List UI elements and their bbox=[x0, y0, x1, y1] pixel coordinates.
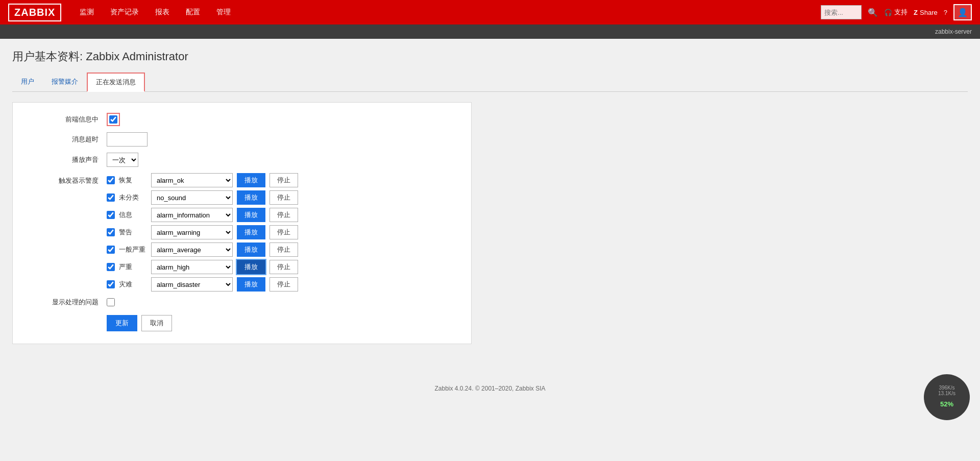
severity-stop-high[interactable]: 停止 bbox=[270, 260, 298, 274]
zabbix-share-icon: Z bbox=[914, 9, 918, 16]
severity-sound-average[interactable]: alarm_average bbox=[151, 242, 233, 257]
frontend-notifications-row: 前端信息中 bbox=[25, 113, 459, 126]
show-resolved-checkbox[interactable] bbox=[107, 298, 115, 306]
severity-rows: 恢复 alarm_ok 播放 停止 未分类 no_sound 播放 停止 bbox=[107, 173, 298, 292]
severity-play-high[interactable]: 播放 bbox=[237, 260, 265, 274]
message-timeout-control: 60 bbox=[107, 132, 148, 147]
nav-monitor[interactable]: 监测 bbox=[71, 0, 102, 25]
play-sound-select[interactable]: 一次 10秒 一直 bbox=[107, 153, 138, 167]
logo[interactable]: ZABBIX bbox=[8, 4, 61, 21]
page-title: 用户基本资料: Zabbix Administrator bbox=[12, 49, 968, 64]
severity-stop-warning[interactable]: 停止 bbox=[270, 225, 298, 239]
tab-media[interactable]: 报警媒介 bbox=[43, 72, 87, 92]
frontend-notifications-checkbox[interactable] bbox=[109, 115, 117, 124]
severity-row-recovery: 恢复 alarm_ok 播放 停止 bbox=[107, 173, 298, 187]
perf-speed-down: 13.1K/s bbox=[938, 391, 955, 396]
topbar: ZABBIX 监测 资产记录 报表 配置 管理 🔍 🎧 支持 Z Share ?… bbox=[0, 0, 980, 25]
severity-checkbox-average[interactable] bbox=[107, 246, 115, 254]
severity-stop-average[interactable]: 停止 bbox=[270, 242, 298, 257]
trigger-severity-label: 触发器示警度 bbox=[25, 173, 107, 185]
severity-play-unclassified[interactable]: 播放 bbox=[237, 190, 265, 205]
severity-label-information: 信息 bbox=[119, 210, 147, 220]
user-button[interactable]: 👤 bbox=[953, 4, 972, 20]
severity-play-disaster[interactable]: 播放 bbox=[237, 277, 265, 292]
severity-row-average: 一般严重 alarm_average 播放 停止 bbox=[107, 242, 298, 257]
severity-row-disaster: 灾难 alarm_disaster 播放 停止 bbox=[107, 277, 298, 292]
message-timeout-row: 消息超时 60 bbox=[25, 132, 459, 147]
update-button[interactable]: 更新 bbox=[107, 315, 137, 331]
show-resolved-row: 显示处理的问题 bbox=[25, 298, 459, 307]
frontend-notifications-label: 前端信息中 bbox=[25, 115, 107, 124]
severity-checkbox-disaster[interactable] bbox=[107, 280, 115, 288]
main-nav: 监测 资产记录 报表 配置 管理 bbox=[71, 0, 821, 25]
play-sound-label: 播放声音 bbox=[25, 155, 107, 164]
severity-row-information: 信息 alarm_information 播放 停止 bbox=[107, 208, 298, 222]
tab-user[interactable]: 用户 bbox=[12, 72, 43, 92]
messaging-form: 前端信息中 消息超时 60 播放声音 一次 10秒 一直 bbox=[12, 102, 472, 344]
severity-stop-recovery[interactable]: 停止 bbox=[270, 173, 298, 187]
perf-percent: 52% bbox=[940, 396, 953, 402]
server-name: zabbix-server bbox=[935, 28, 972, 35]
severity-stop-disaster[interactable]: 停止 bbox=[270, 277, 298, 292]
nav-config[interactable]: 配置 bbox=[178, 0, 208, 25]
severity-sound-information[interactable]: alarm_information bbox=[151, 208, 233, 222]
severity-row-warning: 警告 alarm_warning 播放 停止 bbox=[107, 225, 298, 239]
severity-label-unclassified: 未分类 bbox=[119, 193, 147, 202]
cancel-button[interactable]: 取消 bbox=[141, 315, 172, 331]
severity-label-recovery: 恢复 bbox=[119, 176, 147, 185]
show-resolved-label: 显示处理的问题 bbox=[25, 298, 107, 307]
severity-label-disaster: 灾难 bbox=[119, 280, 147, 289]
severity-checkbox-unclassified[interactable] bbox=[107, 193, 115, 202]
severity-sound-unclassified[interactable]: no_sound bbox=[151, 190, 233, 205]
trigger-severity-row: 触发器示警度 恢复 alarm_ok 播放 停止 未分类 bbox=[25, 173, 459, 292]
action-row: 更新 取消 bbox=[25, 315, 459, 331]
severity-checkbox-recovery[interactable] bbox=[107, 176, 115, 184]
help-link[interactable]: ? bbox=[944, 9, 947, 16]
page-content: 用户基本资料: Zabbix Administrator 用户 报警媒介 正在发… bbox=[0, 39, 980, 354]
play-sound-control: 一次 10秒 一直 bbox=[107, 153, 138, 167]
severity-checkbox-information[interactable] bbox=[107, 211, 115, 219]
tab-messaging[interactable]: 正在发送消息 bbox=[87, 72, 145, 92]
frontend-notifications-checkbox-wrap bbox=[107, 113, 120, 126]
search-input[interactable] bbox=[821, 5, 862, 19]
subbar: zabbix-server bbox=[0, 25, 980, 39]
frontend-notifications-control bbox=[107, 113, 120, 126]
search-icon[interactable]: 🔍 bbox=[868, 8, 878, 17]
severity-row-high: 严重 alarm_high 播放 停止 bbox=[107, 260, 298, 274]
severity-sound-disaster[interactable]: alarm_disaster bbox=[151, 277, 233, 292]
nav-reports[interactable]: 报表 bbox=[147, 0, 178, 25]
severity-play-warning[interactable]: 播放 bbox=[237, 225, 265, 239]
footer-text: Zabbix 4.0.24. © 2001–2020, Zabbix SIA bbox=[435, 385, 546, 392]
support-link[interactable]: 🎧 支持 bbox=[884, 8, 908, 17]
severity-checkbox-high[interactable] bbox=[107, 263, 115, 271]
headphone-icon: 🎧 bbox=[884, 9, 892, 16]
severity-play-recovery[interactable]: 播放 bbox=[237, 173, 265, 187]
perf-speed-up: 396K/s bbox=[939, 385, 954, 391]
severity-checkbox-warning[interactable] bbox=[107, 228, 115, 236]
severity-label-average: 一般严重 bbox=[119, 245, 147, 254]
share-link[interactable]: Z Share bbox=[914, 9, 938, 16]
severity-sound-recovery[interactable]: alarm_ok bbox=[151, 173, 233, 187]
message-timeout-input[interactable]: 60 bbox=[107, 132, 148, 147]
nav-admin[interactable]: 管理 bbox=[208, 0, 239, 25]
show-resolved-control bbox=[107, 298, 115, 306]
message-timeout-label: 消息超时 bbox=[25, 135, 107, 144]
severity-sound-high[interactable]: alarm_high bbox=[151, 260, 233, 274]
severity-stop-unclassified[interactable]: 停止 bbox=[270, 190, 298, 205]
severity-row-unclassified: 未分类 no_sound 播放 停止 bbox=[107, 190, 298, 205]
topbar-right: 🔍 🎧 支持 Z Share ? 👤 bbox=[821, 4, 972, 20]
severity-play-average[interactable]: 播放 bbox=[237, 242, 265, 257]
severity-label-warning: 警告 bbox=[119, 228, 147, 237]
tabs: 用户 报警媒介 正在发送消息 bbox=[12, 72, 968, 92]
severity-stop-information[interactable]: 停止 bbox=[270, 208, 298, 222]
severity-sound-warning[interactable]: alarm_warning bbox=[151, 225, 233, 239]
severity-play-information[interactable]: 播放 bbox=[237, 208, 265, 222]
footer: Zabbix 4.0.24. © 2001–2020, Zabbix SIA bbox=[0, 375, 980, 402]
nav-assets[interactable]: 资产记录 bbox=[102, 0, 147, 25]
severity-label-high: 严重 bbox=[119, 262, 147, 272]
play-sound-row: 播放声音 一次 10秒 一直 bbox=[25, 153, 459, 167]
